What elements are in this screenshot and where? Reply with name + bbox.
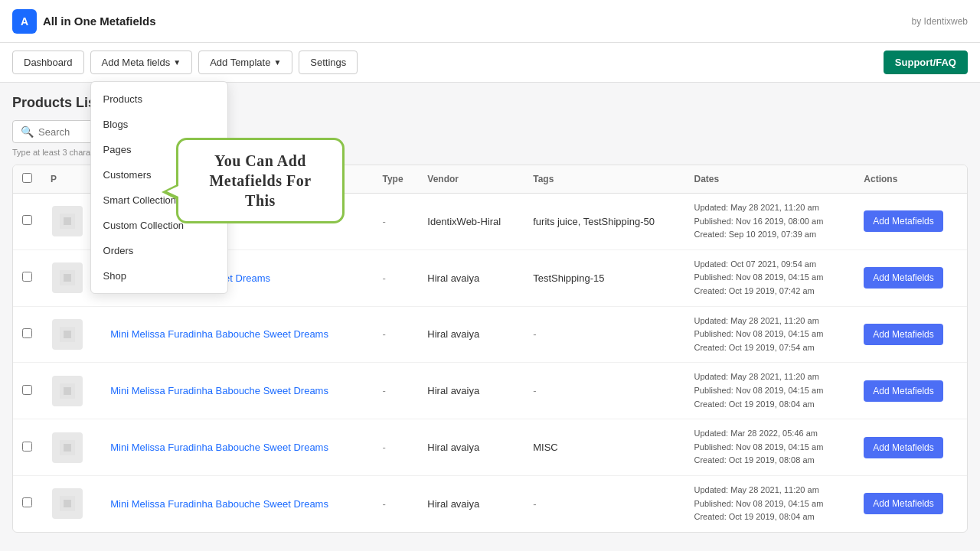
product-thumbnail [51, 487, 84, 520]
select-all-checkbox[interactable] [22, 173, 32, 183]
product-vendor: IdentixWeb-Hiral [418, 194, 524, 250]
row-checkbox[interactable] [22, 328, 32, 338]
col-header-actions: Actions [854, 165, 967, 194]
table-row: Mini Melissa Furadinha Babouche Sweet Dr… [13, 475, 967, 531]
product-thumbnail [51, 431, 84, 465]
product-type: - [373, 475, 418, 531]
row-checkbox[interactable] [22, 497, 32, 507]
search-icon: 🔍 [21, 126, 34, 138]
row-checkbox[interactable] [22, 272, 32, 282]
product-thumbnail [51, 374, 84, 408]
product-tags: TestShipping-15 [524, 249, 684, 306]
product-name-link[interactable]: Mini Melissa Furadinha Babouche Sweet Dr… [110, 328, 328, 340]
by-text: by Identixweb [912, 16, 968, 27]
add-meta-fields-wrapper: Add Meta fields ▼ Products Blogs Pages C… [90, 51, 193, 74]
product-name-link[interactable]: Mini Melissa Furadinha Babouche Sweet Dr… [110, 442, 328, 453]
product-dates: Updated: Oct 07 2021, 09:54 amPublished:… [685, 249, 855, 306]
add-meta-fields-button[interactable]: Add Meta fields ▼ [90, 51, 193, 74]
product-vendor: Hiral avaiya [418, 419, 524, 476]
app-branding: A All in One Metafields [12, 9, 156, 34]
app-icon: A [12, 9, 37, 34]
table-row: Mini Melissa Furadinha Babouche Sweet Dr… [13, 306, 967, 363]
product-dates: Updated: May 28 2021, 11:20 amPublished:… [685, 194, 855, 250]
product-dates: Updated: May 28 2021, 11:20 amPublished:… [685, 475, 855, 531]
dropdown-item-products[interactable]: Products [91, 86, 227, 112]
tooltip-bubble: You Can Add Metafields For This [176, 138, 345, 223]
add-metafields-button[interactable]: Add Metafields [864, 493, 942, 514]
product-name-link[interactable]: Mini Melissa Furadinha Babouche Sweet Dr… [110, 385, 328, 396]
row-checkbox[interactable] [22, 442, 32, 452]
add-metafields-button[interactable]: Add Metafields [864, 324, 942, 345]
col-header-type: Type [373, 165, 418, 194]
product-tags: furits juice, TestShipping-50 [524, 194, 684, 250]
dropdown-item-orders[interactable]: Orders [91, 238, 227, 263]
table-row: Mini Melissa Furadinha Babouche Sweet Dr… [13, 363, 967, 419]
dropdown-item-shop[interactable]: Shop [91, 263, 227, 289]
action-bar: Dashboard Add Meta fields ▼ Products Blo… [0, 43, 980, 83]
product-type: - [373, 194, 418, 250]
product-dates: Updated: May 28 2021, 11:20 amPublished:… [685, 363, 855, 419]
product-vendor: Hiral avaiya [418, 475, 524, 531]
add-metafields-button[interactable]: Add Metafields [864, 210, 942, 232]
product-vendor: Hiral avaiya [418, 249, 524, 306]
product-type: - [373, 419, 418, 476]
col-header-checkbox [13, 165, 41, 194]
product-vendor: Hiral avaiya [418, 306, 524, 363]
support-faq-button[interactable]: Support/FAQ [884, 51, 968, 74]
product-type: - [373, 363, 418, 419]
topbar: A All in One Metafields by Identixweb [0, 0, 980, 43]
product-name-link[interactable]: Mini Melissa Furadinha Babouche Sweet Dr… [110, 498, 328, 510]
add-metafields-button[interactable]: Add Metafields [864, 437, 942, 458]
product-tags: - [524, 363, 684, 419]
row-checkbox[interactable] [22, 385, 32, 395]
product-tags: - [524, 306, 684, 363]
product-thumbnail [51, 204, 84, 238]
dropdown-item-blogs[interactable]: Blogs [91, 112, 227, 137]
app-title: All in One Metafields [43, 15, 156, 28]
product-thumbnail [51, 261, 84, 295]
dashboard-button[interactable]: Dashboard [12, 51, 84, 74]
table-row: Mini Melissa Furadinha Babouche Sweet Dr… [13, 419, 967, 476]
product-dates: Updated: Mar 28 2022, 05:46 amPublished:… [685, 419, 855, 476]
product-tags: MISC [524, 419, 684, 476]
product-thumbnail [51, 318, 84, 351]
row-checkbox[interactable] [22, 215, 32, 225]
add-meta-caret-icon: ▼ [173, 58, 181, 67]
col-header-dates: Dates [685, 165, 855, 194]
col-header-tags: Tags [524, 165, 684, 194]
add-template-caret-icon: ▼ [273, 58, 281, 67]
product-type: - [373, 249, 418, 306]
add-metafields-button[interactable]: Add Metafields [864, 267, 942, 289]
add-metafields-button[interactable]: Add Metafields [864, 380, 942, 402]
add-template-button[interactable]: Add Template ▼ [198, 51, 292, 74]
col-header-vendor: Vendor [418, 165, 524, 194]
product-vendor: Hiral avaiya [418, 363, 524, 419]
settings-button[interactable]: Settings [299, 51, 358, 74]
product-type: - [373, 306, 418, 363]
product-dates: Updated: May 28 2021, 11:20 amPublished:… [685, 306, 855, 363]
product-tags: - [524, 475, 684, 531]
